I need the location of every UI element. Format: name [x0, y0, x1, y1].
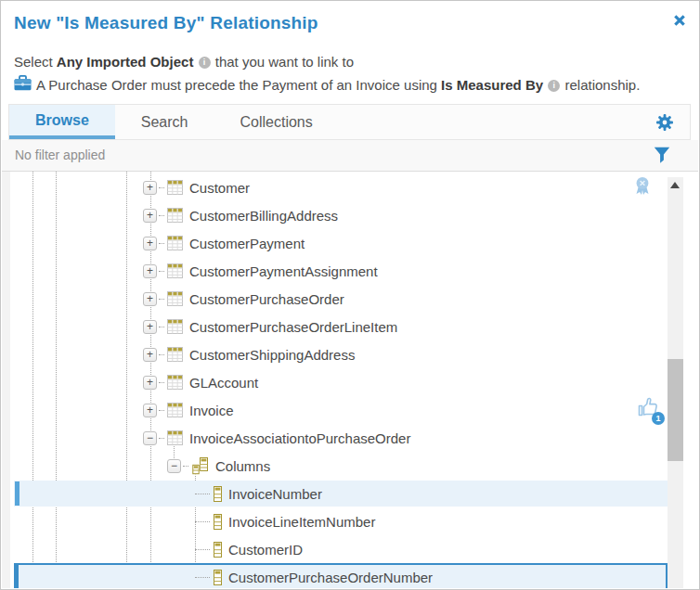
vertical-scrollbar[interactable] [668, 177, 683, 588]
tree-node-label: InvoiceNumber [228, 486, 322, 502]
tree-node-label: CustomerBillingAddress [189, 208, 338, 224]
tree-row-customerpurchaseorderlineitem[interactable]: + CustomerPurchaseOrderLineItem [2, 313, 698, 340]
tree-row-invoicenumber[interactable]: InvoiceNumber [2, 480, 698, 507]
table-icon [167, 180, 183, 195]
table-icon [167, 403, 183, 417]
tab-collections[interactable]: Collections [214, 105, 339, 139]
gear-icon[interactable] [655, 113, 674, 132]
tab-search[interactable]: Search [115, 105, 214, 139]
tree-row-customerpurchaseorder[interactable]: + CustomerPurchaseOrder [2, 285, 698, 313]
tree-row-columns[interactable]: − Columns [2, 452, 698, 480]
page-title: New "Is Measured By" Relationship [14, 13, 686, 33]
tree-rows: + Customer + CustomerBillingAddress [2, 173, 698, 588]
table-icon [167, 375, 183, 390]
filter-status: No filter applied [15, 148, 105, 162]
tree-node-label: CustomerPaymentAssignment [189, 263, 378, 279]
tree-row-customerbillingaddress[interactable]: + CustomerBillingAddress [2, 201, 698, 229]
expand-icon[interactable]: + [143, 320, 157, 334]
object-tree: + Customer + CustomerBillingAddress [2, 172, 698, 588]
tab-bar: Browse Search Collections [8, 104, 691, 140]
instruction-prefix: Select [14, 54, 57, 70]
expand-icon[interactable]: + [143, 376, 157, 390]
new-relationship-dialog: New "Is Measured By" Relationship Select… [0, 0, 700, 590]
tree-row-customershippingaddress[interactable]: + CustomerShippingAddress [2, 340, 698, 368]
expand-icon[interactable]: + [143, 348, 157, 362]
instruction-suffix: that you want to link to [215, 54, 354, 70]
info-icon[interactable]: i [548, 80, 560, 92]
tree-node-label: Columns [215, 458, 270, 474]
expand-icon[interactable]: + [143, 181, 157, 195]
table-icon [167, 291, 183, 306]
columns-folder-icon [191, 457, 209, 475]
column-icon [214, 514, 222, 530]
table-icon [167, 208, 183, 223]
tree-row-customer[interactable]: + Customer [2, 173, 698, 201]
column-icon [214, 570, 222, 585]
dialog-header: New "Is Measured By" Relationship [1, 1, 699, 33]
tree-row-invoicelineitemnumber[interactable]: InvoiceLineItemNumber [2, 507, 698, 535]
expand-icon[interactable]: + [143, 237, 157, 250]
description-text: A Purchase Order must precede the Paymen… [36, 77, 640, 93]
tree-node-label: InvoiceAssociationtoPurchaseOrder [189, 430, 410, 446]
expand-icon[interactable]: + [143, 292, 157, 306]
tree-row-glaccount[interactable]: + GLAccount [2, 368, 698, 396]
column-icon [214, 542, 222, 558]
thumbs-up-count-badge: 1 [652, 412, 665, 425]
table-icon [167, 236, 183, 250]
relationship-type-label: Is Measured By [441, 77, 543, 93]
tree-node-label: InvoiceLineItemNumber [228, 514, 375, 530]
tree-node-label: CustomerPurchaseOrder [189, 291, 344, 307]
close-icon[interactable] [670, 12, 689, 31]
expand-icon[interactable]: + [143, 264, 157, 278]
tree-node-label: Customer [189, 180, 250, 196]
expand-icon[interactable]: + [143, 404, 157, 417]
filter-icon[interactable] [654, 147, 670, 165]
scroll-up-arrow-icon[interactable] [670, 182, 680, 188]
tree-row-invoiceassociationtopurchaseorder[interactable]: − InvoiceAssociationtoPurchaseOrder [2, 424, 698, 452]
tree-node-label: CustomerPurchaseOrderNumber [228, 570, 433, 585]
tree-node-label: GLAccount [189, 375, 258, 391]
table-icon [167, 430, 183, 445]
expand-icon[interactable]: + [143, 209, 157, 223]
intro-text: Select Any Imported Object i that you wa… [1, 54, 699, 94]
relationship-description: A Purchase Order must precede the Paymen… [14, 75, 686, 94]
tree-row-customerid[interactable]: CustomerID [2, 535, 698, 563]
tree-node-label: CustomerShippingAddress [189, 347, 355, 363]
selection-highlight [14, 481, 668, 507]
tree-row-customerpurchaseordernumber[interactable]: CustomerPurchaseOrderNumber [2, 563, 698, 588]
tree-row-customerpaymentassignment[interactable]: + CustomerPaymentAssignment [2, 257, 698, 285]
collapse-icon[interactable]: − [167, 459, 181, 473]
table-icon [167, 347, 183, 362]
tree-row-invoice[interactable]: + Invoice 1 [2, 396, 698, 424]
table-icon [167, 319, 183, 334]
filter-bar: No filter applied [2, 140, 698, 172]
tree-node-label: CustomerPurchaseOrderLineItem [189, 319, 397, 335]
tree-node-label: CustomerPayment [189, 236, 305, 251]
select-instruction: Select Any Imported Object i that you wa… [14, 54, 686, 70]
tree-node-label: Invoice [189, 403, 234, 418]
tree-node-label: CustomerID [228, 542, 303, 558]
thumbs-up-icon[interactable]: 1 [637, 396, 665, 424]
briefcase-icon [14, 75, 32, 94]
object-type-label: Any Imported Object [57, 54, 194, 70]
scrollbar-thumb[interactable] [668, 359, 683, 461]
table-icon [167, 263, 183, 278]
collapse-icon[interactable]: − [143, 431, 157, 445]
tree-row-customerpayment[interactable]: + CustomerPayment [2, 229, 698, 257]
column-icon [214, 486, 222, 502]
info-icon[interactable]: i [199, 57, 211, 69]
certified-ribbon-icon [634, 177, 651, 199]
tab-browse[interactable]: Browse [9, 105, 115, 139]
